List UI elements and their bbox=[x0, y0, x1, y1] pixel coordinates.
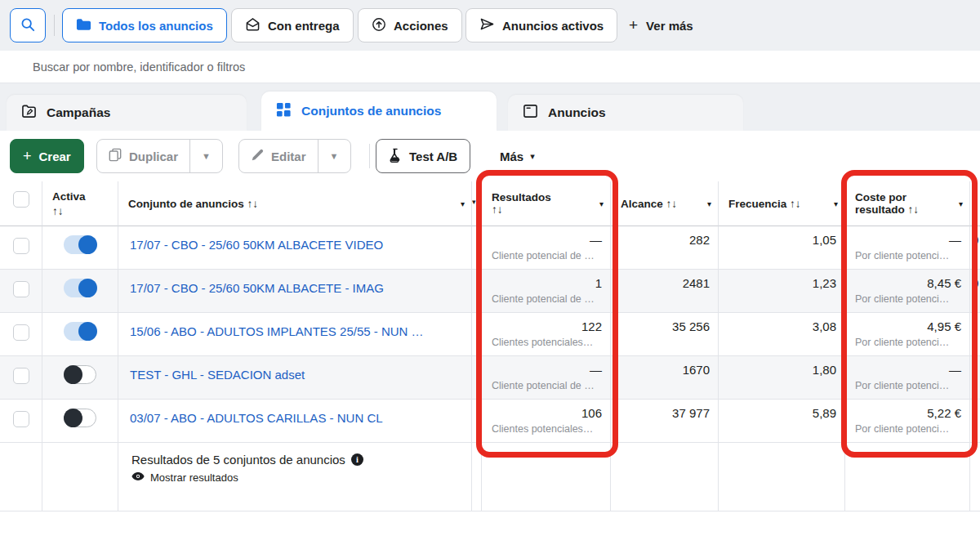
reach-cell: 35 256 bbox=[611, 313, 719, 356]
row-checkbox[interactable] bbox=[13, 238, 29, 254]
chevron-down-icon: ▾ bbox=[599, 199, 604, 208]
results-cell: 1Cliente potencial de … bbox=[482, 270, 611, 313]
header-edge bbox=[970, 181, 980, 226]
top-toolbar: Todos los anuncios Con entrega Acciones … bbox=[0, 0, 980, 51]
active-toggle[interactable] bbox=[64, 235, 96, 254]
sort-icon: ↑↓ bbox=[790, 198, 801, 210]
frequency-cell: 5,89 bbox=[719, 400, 845, 443]
results-summary: Resultados de 5 conjuntos de anuncios i bbox=[131, 453, 463, 467]
adset-name-link[interactable]: 03/07 - ABO - ADULTOS CARILLAS - NUN CL bbox=[130, 411, 463, 425]
mas-label: Más bbox=[500, 150, 523, 163]
duplicar-split-button: Duplicar ▼ bbox=[96, 139, 223, 173]
test-ab-button[interactable]: Test A/B bbox=[376, 139, 470, 173]
active-toggle[interactable] bbox=[64, 409, 96, 427]
grid-icon bbox=[276, 102, 292, 121]
ads-manager-screen: Todos los anuncios Con entrega Acciones … bbox=[0, 0, 980, 536]
header-resultados[interactable]: Resultados↑↓ ▾ bbox=[482, 181, 611, 226]
table-row: 15/06 - ABO - ADULTOS IMPLANTES 25/55 - … bbox=[0, 313, 980, 356]
envelope-icon bbox=[245, 17, 261, 34]
duplicar-button[interactable]: Duplicar bbox=[97, 140, 189, 172]
adset-name-link[interactable]: 15/06 - ABO - ADULTOS IMPLANTES 25/55 - … bbox=[130, 324, 463, 338]
row-checkbox[interactable] bbox=[13, 368, 29, 384]
clipped-next-column: 0 bbox=[970, 270, 980, 290]
table-row: 17/07 - CBO - 25/60 50KM ALBACETE VIDEO … bbox=[0, 226, 980, 270]
frequency-cell: 3,08 bbox=[719, 313, 845, 356]
toggle-knob bbox=[78, 279, 97, 297]
active-toggle[interactable] bbox=[64, 365, 96, 384]
row-checkbox[interactable] bbox=[13, 324, 29, 341]
editar-dropdown[interactable]: ▼ bbox=[318, 140, 350, 172]
ad-frame-icon bbox=[523, 104, 538, 122]
pencil-icon bbox=[251, 149, 264, 164]
reach-cell: 37 977 bbox=[611, 400, 719, 443]
filter-acciones[interactable]: Acciones bbox=[358, 8, 462, 42]
frequency-cell: 1,23 bbox=[719, 270, 845, 313]
clipped-next-column bbox=[970, 356, 980, 363]
sort-icon: ↑↓ bbox=[492, 203, 503, 216]
header-collapsed-column[interactable]: ▾ bbox=[472, 181, 482, 226]
table-row: 03/07 - ABO - ADULTOS CARILLAS - NUN CL … bbox=[0, 400, 980, 443]
flask-icon bbox=[389, 148, 402, 165]
reach-cell: 282 bbox=[611, 226, 719, 270]
action-bar: + Crear Duplicar ▼ Editar bbox=[0, 139, 980, 175]
search-button[interactable] bbox=[10, 8, 46, 42]
reach-cell: 1670 bbox=[611, 356, 719, 400]
sort-icon: ↑↓ bbox=[908, 203, 920, 216]
row-checkbox[interactable] bbox=[13, 281, 29, 297]
adset-name-link[interactable]: 17/07 - CBO - 25/60 50KM ALBACETE VIDEO bbox=[130, 238, 463, 252]
chevron-down-icon: ▾ bbox=[461, 199, 465, 208]
active-toggle[interactable] bbox=[64, 279, 96, 297]
chevron-down-icon: ▾ bbox=[472, 198, 476, 206]
filter-todos-los-anuncios[interactable]: Todos los anuncios bbox=[62, 8, 227, 42]
toggle-knob bbox=[78, 235, 97, 254]
select-all-checkbox[interactable] bbox=[13, 191, 29, 208]
reach-cell: 2481 bbox=[611, 270, 719, 313]
row-checkbox[interactable] bbox=[13, 411, 29, 427]
campaign-folder-icon bbox=[21, 104, 37, 122]
header-alcance[interactable]: Alcance ↑↓ ▾ bbox=[611, 181, 719, 226]
mas-button[interactable]: Más ▾ bbox=[500, 139, 535, 173]
header-coste-por-resultado[interactable]: Coste porresultado ↑↓ ▾ bbox=[845, 181, 970, 226]
sort-icon: ↑↓ bbox=[666, 198, 678, 210]
results-cell: —Cliente potencial de … bbox=[482, 226, 611, 270]
search-icon bbox=[20, 17, 35, 34]
header-frecuencia[interactable]: Frecuencia ↑↓ ▾ bbox=[719, 181, 845, 226]
filter-anuncios-activos[interactable]: Anuncios activos bbox=[466, 8, 617, 42]
adset-name-link[interactable]: 17/07 - CBO - 25/60 50KM ALBACETE - IMAG bbox=[130, 281, 463, 295]
filter-con-entrega[interactable]: Con entrega bbox=[231, 8, 354, 42]
active-toggle[interactable] bbox=[64, 322, 96, 341]
duplicar-label: Duplicar bbox=[129, 150, 178, 163]
frequency-cell: 1,80 bbox=[719, 356, 845, 400]
cost-cell: 4,95 €Por cliente potenci… bbox=[845, 313, 970, 356]
header-checkbox-cell bbox=[0, 181, 42, 226]
editar-button[interactable]: Editar bbox=[239, 140, 318, 172]
ver-mas-button[interactable]: + Ver más bbox=[629, 8, 693, 42]
adsets-panel: + Crear Duplicar ▼ Editar bbox=[0, 131, 980, 512]
cost-cell: —Por cliente potenci… bbox=[845, 356, 970, 400]
info-icon[interactable]: i bbox=[351, 453, 363, 466]
editar-label: Editar bbox=[271, 150, 306, 163]
chevron-down-icon: ▾ bbox=[834, 199, 838, 208]
bottom-strip bbox=[0, 512, 980, 536]
mostrar-resultados-button[interactable]: Mostrar resultados bbox=[131, 471, 463, 484]
duplicate-icon bbox=[109, 148, 122, 164]
cost-cell: —Por cliente potenci… bbox=[845, 226, 970, 270]
header-conjunto-de-anuncios[interactable]: Conjunto de anuncios ↑↓ ▾ bbox=[118, 181, 472, 226]
search-input[interactable]: Buscar por nombre, identificador o filtr… bbox=[0, 51, 980, 83]
table-header-row: Activa↑↓ Conjunto de anuncios ↑↓ ▾ ▾ Res… bbox=[0, 181, 980, 226]
duplicar-dropdown[interactable]: ▼ bbox=[189, 140, 222, 172]
tab-bar: Campañas Conjuntos de anuncios Anuncios bbox=[0, 83, 980, 131]
tab-conjuntos-de-anuncios[interactable]: Conjuntos de anuncios bbox=[261, 92, 497, 131]
tab-campanas[interactable]: Campañas bbox=[7, 95, 247, 131]
eye-icon bbox=[131, 471, 145, 484]
adset-name-link[interactable]: TEST - GHL - SEDACION adset bbox=[130, 368, 463, 382]
toolbar-divider bbox=[54, 15, 55, 36]
search-placeholder: Buscar por nombre, identificador o filtr… bbox=[33, 60, 245, 74]
filter-label: Con entrega bbox=[268, 19, 340, 33]
crear-button[interactable]: + Crear bbox=[10, 139, 84, 173]
chevron-down-icon: ▾ bbox=[959, 199, 963, 208]
header-activa[interactable]: Activa↑↓ bbox=[42, 181, 118, 226]
frequency-cell: 1,05 bbox=[719, 226, 845, 270]
tab-anuncios[interactable]: Anuncios bbox=[508, 95, 743, 131]
results-cell: 122Clientes potenciales… bbox=[482, 313, 611, 356]
